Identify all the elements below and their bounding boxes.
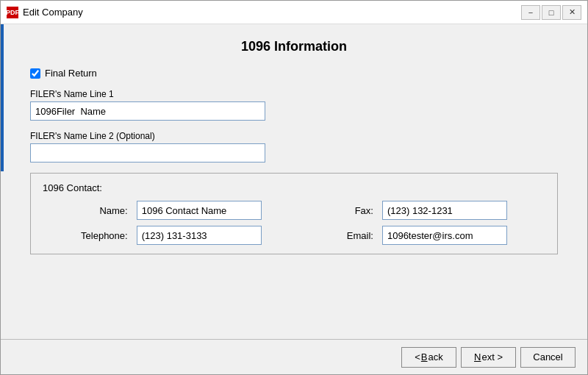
filer-name-line2-group: FILER's Name Line 2 (Optional) (30, 131, 558, 162)
minimize-button[interactable]: − (521, 5, 540, 20)
title-bar: PDF Edit Company − □ ✕ (1, 1, 587, 24)
contact-email-label: Email: (309, 230, 373, 241)
page-title: 1096 Information (30, 39, 558, 54)
contact-telephone-label: Telephone: (43, 230, 128, 241)
window-title: Edit Company (23, 7, 83, 18)
title-bar-left: PDF Edit Company (7, 7, 83, 18)
maximize-button[interactable]: □ (542, 5, 561, 20)
contact-section: 1096 Contact: Name: Fax: Telephone: Emai… (30, 173, 558, 254)
close-button[interactable]: ✕ (562, 5, 581, 20)
next-underline: N (474, 351, 481, 362)
app-icon: PDF (7, 7, 18, 18)
filer-name-line2-label: FILER's Name Line 2 (Optional) (30, 131, 558, 141)
contact-fax-input[interactable] (382, 201, 507, 220)
filer-name-line1-group: FILER's Name Line 1 (30, 89, 558, 121)
footer: < Back Next > Cancel (1, 339, 587, 374)
final-return-label: Final Return (45, 68, 97, 79)
contact-email-input[interactable] (382, 226, 507, 245)
window-controls: − □ ✕ (521, 5, 581, 20)
filer-name-line1-input[interactable] (30, 101, 265, 121)
back-underline: B (421, 351, 428, 362)
contact-name-input[interactable] (137, 201, 262, 220)
main-content: 1096 Information Final Return FILER's Na… (1, 24, 587, 339)
contact-fax-label: Fax: (309, 205, 373, 216)
final-return-checkbox[interactable] (30, 68, 40, 79)
final-return-row: Final Return (30, 68, 558, 79)
filer-name-line2-input[interactable] (30, 143, 265, 162)
next-button[interactable]: Next > (461, 347, 516, 368)
contact-grid: Name: Fax: Telephone: Email: (43, 201, 545, 245)
edit-company-window: PDF Edit Company − □ ✕ 1096 Information … (0, 0, 588, 375)
cancel-button[interactable]: Cancel (520, 347, 576, 368)
left-accent-bar (1, 24, 4, 171)
contact-telephone-input[interactable] (137, 226, 262, 245)
back-button[interactable]: < Back (401, 347, 456, 368)
contact-section-title: 1096 Contact: (43, 182, 545, 193)
filer-name-line1-label: FILER's Name Line 1 (30, 89, 558, 99)
contact-name-label: Name: (43, 205, 128, 216)
